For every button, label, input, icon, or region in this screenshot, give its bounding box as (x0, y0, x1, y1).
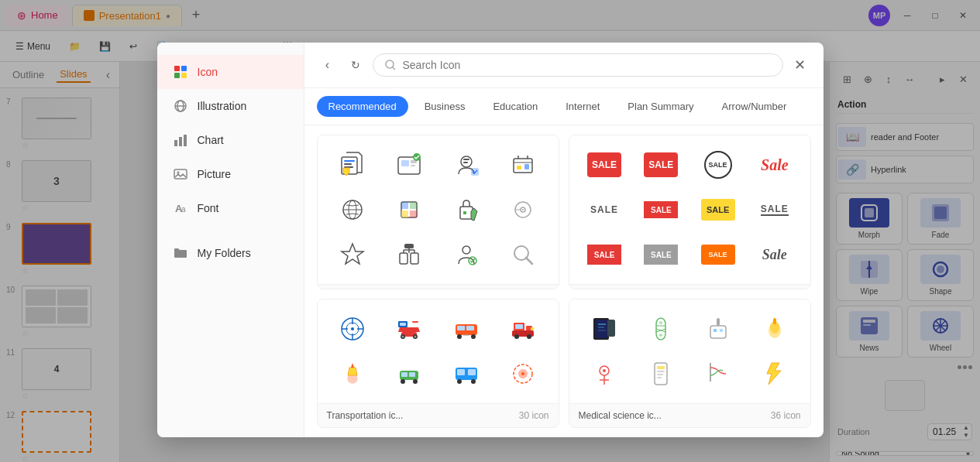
search-box (373, 53, 783, 77)
svg-rect-119 (595, 320, 607, 338)
tab-business[interactable]: Business (413, 96, 477, 117)
search-input[interactable] (403, 59, 772, 71)
svg-rect-84 (400, 323, 406, 326)
icon-cell[interactable]: SALE (634, 143, 689, 187)
icon-cell[interactable]: SALE (577, 143, 632, 187)
nav-my-folders-item[interactable]: My Folders (171, 239, 290, 267)
nav-font-item[interactable]: Aa Font (157, 191, 304, 225)
svg-point-72 (462, 246, 470, 254)
nav-picture-item[interactable]: Picture (157, 157, 304, 191)
tab-education[interactable]: Education (481, 96, 549, 117)
icon-cell[interactable]: Sale (747, 233, 802, 276)
svg-point-128 (659, 334, 662, 337)
icon-cell[interactable] (438, 143, 493, 187)
icon-cell[interactable] (495, 143, 550, 187)
svg-point-63 (522, 209, 524, 210)
svg-point-114 (471, 379, 476, 384)
icon-cell[interactable] (382, 143, 437, 187)
icon-cell[interactable]: SALE (577, 188, 632, 231)
svg-rect-48 (524, 164, 529, 169)
tab-arrow-number[interactable]: Arrow/Number (710, 96, 799, 117)
nav-icon-item[interactable]: Icon (157, 55, 304, 89)
icon-cell[interactable] (747, 307, 802, 351)
svg-rect-98 (515, 324, 523, 329)
svg-point-127 (659, 321, 662, 324)
pack3-footer: Transportation ic... 30 icon (318, 403, 559, 427)
sale-badge-rect: SALE (644, 201, 678, 218)
icon-cell[interactable] (325, 233, 380, 276)
icon-cell[interactable]: SALE (634, 188, 689, 231)
back-button[interactable]: ‹ (317, 54, 339, 76)
svg-line-75 (526, 258, 532, 264)
font-nav-label: Font (198, 202, 219, 214)
pack3-grid (318, 299, 559, 403)
icon-cell[interactable] (382, 188, 437, 231)
icon-cell[interactable] (325, 188, 380, 231)
tab-recommended[interactable]: Recommended (317, 96, 408, 117)
icon-cell[interactable] (747, 352, 802, 395)
svg-rect-142 (657, 371, 665, 372)
svg-rect-35 (344, 163, 352, 165)
svg-rect-26 (184, 135, 187, 146)
tab-internet[interactable]: Internet (554, 96, 611, 117)
icon-cell[interactable] (438, 188, 493, 231)
icon-cell[interactable] (495, 307, 550, 351)
icon-cell[interactable] (325, 352, 380, 395)
icon-cell[interactable] (438, 233, 493, 276)
icon-cell[interactable] (495, 233, 550, 276)
icon-cell[interactable] (325, 307, 380, 351)
icon-cell[interactable] (438, 352, 493, 395)
icon-cell[interactable] (495, 352, 550, 395)
icon-cell[interactable]: SALE (690, 188, 745, 231)
svg-point-117 (521, 372, 524, 375)
svg-rect-144 (657, 377, 662, 378)
refresh-button[interactable]: ↻ (345, 54, 366, 76)
sale-flag-gray: SALE (644, 245, 678, 265)
icon-cell[interactable] (690, 352, 745, 395)
icon-cell[interactable] (634, 307, 689, 351)
icon-cell[interactable] (438, 307, 493, 351)
svg-rect-57 (401, 210, 408, 217)
icon-cell[interactable]: SALE (690, 143, 745, 187)
svg-rect-131 (714, 329, 717, 332)
sale-badge-red2: SALE (644, 152, 678, 177)
pack4-grid (569, 299, 810, 403)
svg-rect-17 (174, 66, 180, 71)
icon-cell[interactable]: SALE (634, 233, 689, 276)
sale-badge-yellow: SALE (701, 199, 735, 221)
svg-rect-135 (773, 318, 776, 324)
icon-cell[interactable] (634, 352, 689, 395)
icon-cell[interactable]: SALE (747, 188, 802, 231)
svg-rect-34 (344, 160, 355, 162)
icon-pack-2: SALE SALE SALE (569, 135, 811, 289)
icon-cell[interactable] (577, 352, 632, 395)
insert-icon-modal: Icon Illustration Chart Pi (157, 43, 824, 437)
icon-cell[interactable] (577, 307, 632, 351)
nav-illustration-item[interactable]: Illustration (157, 89, 304, 123)
icon-cell[interactable] (690, 307, 745, 351)
svg-rect-20 (181, 73, 187, 78)
icon-cell[interactable] (495, 188, 550, 231)
tab-plan-summary[interactable]: Plan Summary (616, 96, 705, 117)
pack4-name: Medical science ic... (579, 410, 662, 421)
icon-cell[interactable]: Sale (747, 143, 802, 187)
svg-rect-44 (463, 162, 468, 163)
picture-nav-icon (171, 165, 190, 183)
sale-underline: SALE (761, 204, 789, 216)
svg-rect-123 (607, 320, 615, 337)
sale-badge-circle: SALE (704, 151, 732, 179)
sale-text-dark: SALE (590, 204, 618, 215)
icon-cell[interactable] (325, 143, 380, 187)
svg-rect-60 (463, 211, 466, 214)
picture-nav-label: Picture (198, 168, 232, 180)
icon-cell[interactable]: SALE (577, 233, 632, 276)
icon-cell[interactable] (382, 233, 437, 276)
close-modal-button[interactable]: ✕ (789, 54, 811, 76)
illustration-nav-label: Illustration (198, 100, 247, 112)
icon-cell[interactable]: SALE (690, 233, 745, 276)
icon-cell[interactable] (382, 307, 437, 351)
svg-point-95 (471, 334, 476, 339)
sale-flag-red: SALE (587, 245, 621, 265)
icon-cell[interactable] (382, 352, 437, 395)
nav-chart-item[interactable]: Chart (157, 123, 304, 157)
